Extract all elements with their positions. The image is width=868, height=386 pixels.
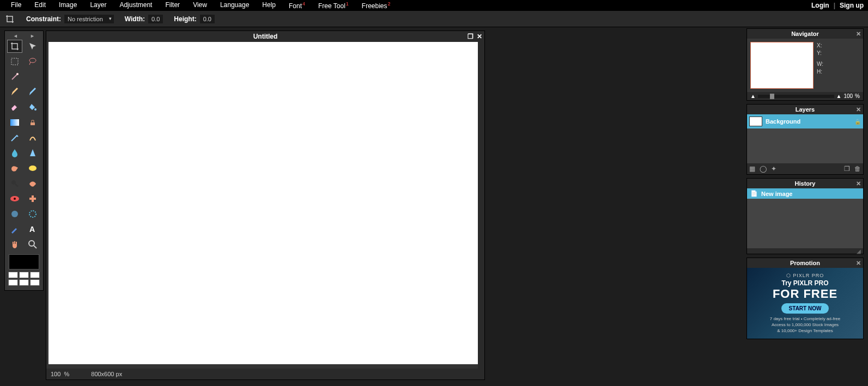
menu-freetool[interactable]: Free Tool1 [312,1,355,10]
wand-tool[interactable] [7,70,22,83]
zoom-in-icon[interactable]: ▲ [836,93,842,99]
svg-point-3 [34,108,37,111]
menu-image[interactable]: Image [52,1,83,10]
new-image-icon: 📄 [750,190,758,197]
width-value[interactable]: 0.0 [148,15,163,23]
type-tool[interactable]: A [25,223,40,236]
colorpicker-tool[interactable] [7,223,22,236]
red-eye-tool[interactable] [7,192,22,205]
signup-link[interactable]: Sign up [840,2,864,9]
brush-tool[interactable] [25,85,40,99]
hand-tool[interactable] [7,238,22,251]
spacer-tool [25,70,40,83]
menu-file[interactable]: File [4,1,28,10]
close-icon[interactable]: ✕ [856,105,861,114]
sharpen-tool[interactable] [25,146,40,160]
burn-tool[interactable] [25,177,40,190]
promo-headline-1: Try PIXLR PRO [781,279,828,287]
constraint-select[interactable]: No restriction [64,15,114,23]
sponge-tool[interactable] [25,162,40,175]
color-swatches [7,272,41,288]
history-header[interactable]: History ✕ [747,179,863,188]
menu-filter[interactable]: Filter [159,1,186,10]
pinch-tool[interactable] [25,207,40,220]
layer-row[interactable]: Background 🔒 [747,114,863,128]
swatch[interactable] [30,279,40,286]
swatch[interactable] [8,279,18,286]
zoom-out-icon[interactable]: ▲ [750,93,756,99]
canvas[interactable] [48,42,479,364]
menu-freebies[interactable]: Freebies2 [355,1,397,10]
svg-point-7 [11,180,16,185]
height-label: Height: [174,15,196,23]
canvas-title: Untitled [253,33,278,40]
delete-layer-icon[interactable]: 🗑 [854,165,861,173]
color-replace-tool[interactable] [7,131,22,144]
nav-y: Y: [817,50,823,57]
layers-header[interactable]: Layers ✕ [747,105,863,114]
vertical-scrollbar[interactable] [478,42,484,369]
dodge-tool[interactable] [7,177,22,190]
panels: Navigator ✕ X: Y: W: H: ▲ ▲ 100 % Layers… [746,28,864,339]
clone-stamp-tool[interactable] [25,116,40,129]
menu-help[interactable]: Help [256,1,282,10]
navigator-header[interactable]: Navigator ✕ [747,29,863,39]
lock-icon[interactable]: 🔒 [854,119,861,125]
gradient-tool[interactable] [7,116,22,129]
close-icon[interactable]: ✕ [856,29,861,39]
resize-handle[interactable]: ◢ [747,248,863,254]
paint-bucket-tool[interactable] [25,101,40,114]
zoom-slider-thumb[interactable] [770,94,774,99]
canvas-titlebar[interactable]: Untitled ❐ ✕ [46,31,484,42]
history-row[interactable]: 📄 New image [747,188,863,199]
menu-font[interactable]: Font4 [282,1,312,10]
pencil-tool[interactable] [7,85,22,99]
zoom-tool[interactable] [25,238,40,251]
duplicate-layer-icon[interactable]: ❐ [844,165,850,173]
marquee-tool[interactable] [7,55,22,68]
menu-view[interactable]: View [186,1,214,10]
options-bar: Constraint: No restriction Width: 0.0 He… [0,11,868,27]
constraint-label: Constraint: [26,15,61,23]
svg-point-9 [14,198,16,200]
swatch[interactable] [19,272,29,278]
start-now-button[interactable]: START NOW [781,303,829,314]
crop-tool[interactable] [7,40,22,53]
close-icon[interactable]: ✕ [856,179,861,188]
menu-edit[interactable]: Edit [28,1,52,10]
promotion-body[interactable]: ⬡ PIXLR PRO Try PIXLR PRO FOR FREE START… [747,268,863,339]
collapse-left-icon[interactable]: ◄ [13,33,18,39]
login-link[interactable]: Login [811,2,829,9]
collapse-right-icon[interactable]: ► [30,33,35,39]
move-tool[interactable] [25,40,40,53]
smudge-tool[interactable] [7,162,22,175]
lasso-tool[interactable] [25,55,40,68]
blur-tool[interactable] [7,146,22,160]
bloat-tool[interactable] [7,207,22,220]
canvas-area [46,42,484,369]
menu-adjustment[interactable]: Adjustment [113,1,159,10]
promo-headline-2: FOR FREE [773,287,837,301]
layer-styles-icon[interactable]: ✦ [771,165,776,173]
svg-rect-4 [10,119,19,126]
zoom-slider[interactable] [758,95,834,98]
height-value[interactable]: 0.0 [200,15,215,23]
foreground-color[interactable] [9,254,39,269]
canvas-window-controls: ❐ ✕ [468,33,482,40]
close-icon[interactable]: ✕ [856,258,861,268]
swatch[interactable] [19,279,29,286]
promotion-header[interactable]: Promotion ✕ [747,258,863,268]
swatch[interactable] [8,272,18,278]
eraser-tool[interactable] [7,101,22,114]
close-icon[interactable]: ✕ [477,33,482,40]
menu-language[interactable]: Language [214,1,256,10]
new-layer-icon[interactable]: ▦ [749,165,755,173]
drawing-tool[interactable] [25,131,40,144]
menu-layer[interactable]: Layer [83,1,113,10]
navigator-preview[interactable] [750,42,814,89]
spot-heal-tool[interactable] [25,192,40,205]
layer-mask-icon[interactable]: ◯ [760,165,767,173]
width-group: Width: 0.0 [125,15,163,23]
swatch[interactable] [30,272,40,278]
maximize-icon[interactable]: ❐ [468,33,474,40]
